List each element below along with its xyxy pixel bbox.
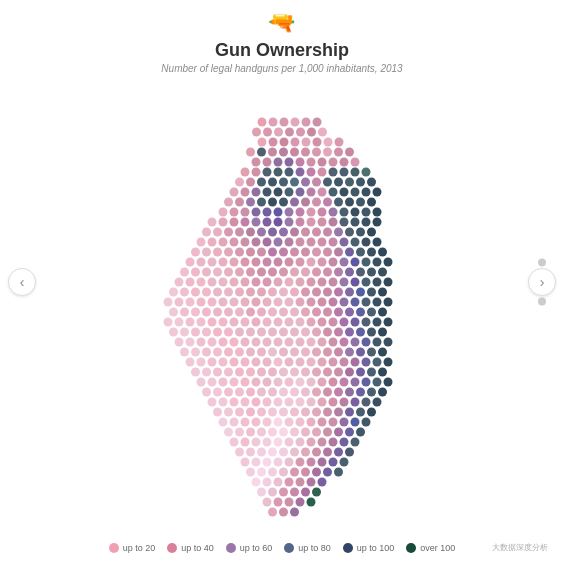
svg-point-413 bbox=[208, 377, 217, 386]
svg-point-564 bbox=[307, 497, 316, 506]
legend-dot-2 bbox=[226, 543, 236, 553]
svg-point-173 bbox=[356, 247, 365, 256]
svg-point-348 bbox=[307, 337, 316, 346]
svg-point-288 bbox=[312, 307, 321, 316]
svg-point-538 bbox=[246, 467, 255, 476]
svg-point-500 bbox=[312, 427, 321, 436]
svg-point-311 bbox=[340, 317, 349, 326]
svg-point-205 bbox=[290, 267, 299, 276]
legend: up to 20 up to 40 up to 60 up to 80 up t… bbox=[109, 535, 456, 563]
svg-point-214 bbox=[175, 277, 184, 286]
svg-point-98 bbox=[263, 207, 272, 216]
svg-point-28 bbox=[323, 147, 332, 156]
chevron-left-icon: ‹ bbox=[20, 274, 25, 290]
svg-point-300 bbox=[219, 317, 228, 326]
svg-point-450 bbox=[241, 397, 250, 406]
svg-point-360 bbox=[224, 347, 233, 356]
svg-point-172 bbox=[345, 247, 354, 256]
svg-point-497 bbox=[279, 427, 288, 436]
svg-point-174 bbox=[367, 247, 376, 256]
svg-point-103 bbox=[318, 207, 327, 216]
svg-point-243 bbox=[268, 287, 277, 296]
svg-point-120 bbox=[329, 217, 338, 226]
svg-point-325 bbox=[268, 327, 277, 336]
svg-point-90 bbox=[334, 197, 343, 206]
svg-point-341 bbox=[230, 337, 239, 346]
svg-point-420 bbox=[285, 377, 294, 386]
svg-point-304 bbox=[263, 317, 272, 326]
svg-point-329 bbox=[312, 327, 321, 336]
svg-point-523 bbox=[301, 447, 310, 456]
svg-point-506 bbox=[241, 437, 250, 446]
svg-point-272 bbox=[362, 297, 371, 306]
svg-point-535 bbox=[318, 457, 327, 466]
svg-point-245 bbox=[290, 287, 299, 296]
svg-point-237 bbox=[202, 287, 211, 296]
main-container: ‹ › 🔫 Gun Ownership Number of legal hand… bbox=[0, 0, 564, 563]
svg-point-80 bbox=[224, 197, 233, 206]
svg-point-480 bbox=[241, 417, 250, 426]
legend-dot-3 bbox=[284, 543, 294, 553]
gun-icon: 🔫 bbox=[161, 10, 402, 36]
svg-point-100 bbox=[285, 207, 294, 216]
svg-point-265 bbox=[285, 297, 294, 306]
svg-point-451 bbox=[252, 397, 261, 406]
svg-point-442 bbox=[334, 387, 343, 396]
legend-item-0: up to 20 bbox=[109, 543, 156, 553]
svg-point-274 bbox=[384, 297, 393, 306]
svg-point-107 bbox=[362, 207, 371, 216]
svg-point-104 bbox=[329, 207, 338, 216]
svg-point-57 bbox=[279, 177, 288, 186]
svg-point-189 bbox=[329, 257, 338, 266]
svg-point-137 bbox=[334, 227, 343, 236]
svg-point-15 bbox=[280, 137, 289, 146]
svg-point-146 bbox=[252, 237, 261, 246]
svg-point-152 bbox=[318, 237, 327, 246]
svg-point-165 bbox=[268, 247, 277, 256]
nav-right-button[interactable]: › bbox=[528, 268, 556, 296]
svg-point-403 bbox=[290, 367, 299, 376]
svg-point-55 bbox=[257, 177, 266, 186]
svg-point-309 bbox=[318, 317, 327, 326]
svg-point-96 bbox=[241, 207, 250, 216]
svg-point-69 bbox=[263, 187, 272, 196]
nav-left-button[interactable]: ‹ bbox=[8, 268, 36, 296]
svg-point-68 bbox=[252, 187, 261, 196]
svg-point-234 bbox=[169, 287, 178, 296]
svg-point-87 bbox=[301, 197, 310, 206]
svg-point-25 bbox=[290, 147, 299, 156]
svg-point-117 bbox=[296, 217, 305, 226]
svg-point-43 bbox=[263, 167, 272, 176]
svg-point-453 bbox=[274, 397, 283, 406]
svg-point-213 bbox=[378, 267, 387, 276]
svg-point-163 bbox=[246, 247, 255, 256]
svg-point-263 bbox=[263, 297, 272, 306]
svg-point-93 bbox=[367, 197, 376, 206]
svg-point-127 bbox=[224, 227, 233, 236]
page-title: Gun Ownership bbox=[161, 40, 402, 61]
svg-point-499 bbox=[301, 427, 310, 436]
svg-point-313 bbox=[362, 317, 371, 326]
svg-point-543 bbox=[301, 467, 310, 476]
svg-point-414 bbox=[219, 377, 228, 386]
svg-point-384 bbox=[285, 357, 294, 366]
svg-point-365 bbox=[279, 347, 288, 356]
svg-point-210 bbox=[345, 267, 354, 276]
svg-point-377 bbox=[208, 357, 217, 366]
svg-point-340 bbox=[219, 337, 228, 346]
svg-point-516 bbox=[351, 437, 360, 446]
svg-point-278 bbox=[202, 307, 211, 316]
svg-point-382 bbox=[263, 357, 272, 366]
svg-point-223 bbox=[274, 277, 283, 286]
svg-point-77 bbox=[351, 187, 360, 196]
svg-point-179 bbox=[219, 257, 228, 266]
svg-point-158 bbox=[191, 247, 200, 256]
svg-point-42 bbox=[252, 167, 261, 176]
legend-label-3: up to 80 bbox=[298, 543, 331, 553]
svg-point-328 bbox=[301, 327, 310, 336]
svg-point-73 bbox=[307, 187, 316, 196]
svg-point-381 bbox=[252, 357, 261, 366]
svg-point-4 bbox=[302, 117, 311, 126]
svg-point-51 bbox=[351, 167, 360, 176]
svg-point-399 bbox=[246, 367, 255, 376]
